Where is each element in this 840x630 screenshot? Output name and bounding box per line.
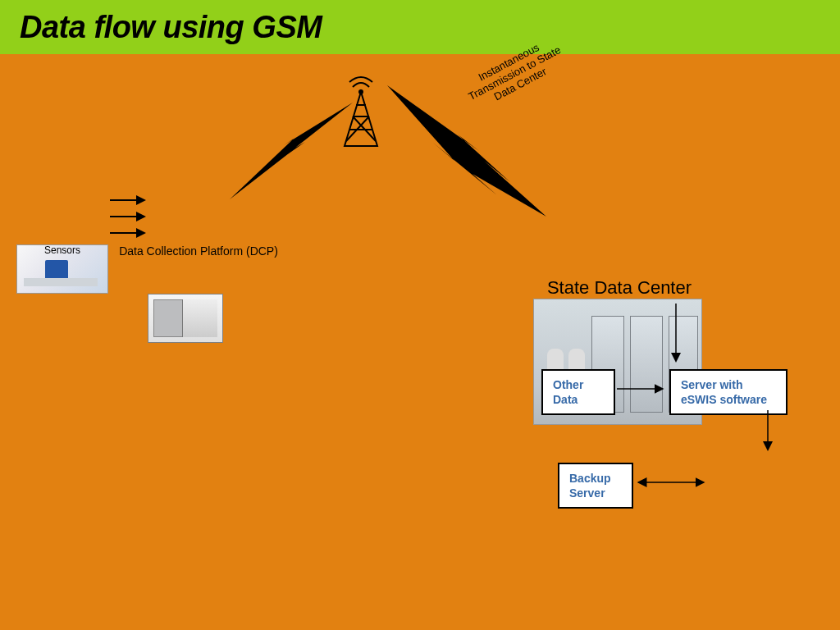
sensors-label: Sensors xyxy=(16,244,108,256)
other-data-box: Other Data xyxy=(541,369,615,415)
otherdata-to-server-arrow-icon xyxy=(615,381,669,397)
state-data-center-label: State Data Center xyxy=(533,277,705,299)
server-to-cloud-arrow-icon xyxy=(760,409,776,454)
sensors-to-dcp-arrows-icon xyxy=(108,194,149,240)
backup-cloud-double-arrow-icon xyxy=(633,474,710,491)
dcp-image xyxy=(148,294,223,343)
slide-title: Data flow using GSM xyxy=(20,10,322,45)
backup-server-box: Backup Server xyxy=(558,463,633,509)
title-bar: Data flow using GSM xyxy=(0,0,840,54)
datacenter-to-server-arrow-icon xyxy=(668,302,684,366)
cell-tower-icon xyxy=(338,71,384,149)
dcp-label: Data Collection Platform (DCP) xyxy=(116,244,281,258)
lightning-to-tower-icon xyxy=(230,103,353,201)
